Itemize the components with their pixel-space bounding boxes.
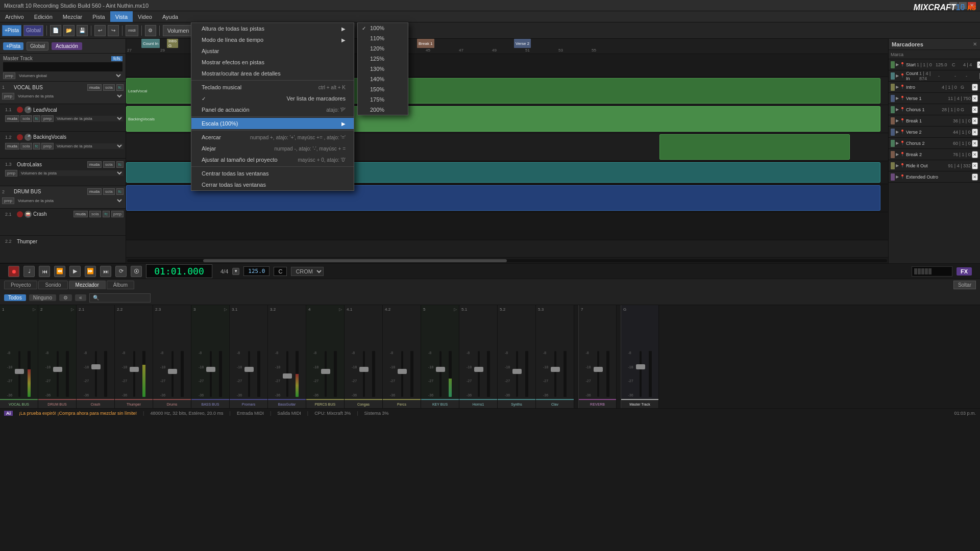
clip-outro-1[interactable] xyxy=(659,134,850,160)
scale-item-140[interactable]: 140% xyxy=(358,74,408,84)
ch-expand-2[interactable]: ▷ xyxy=(71,307,74,312)
fader-knob-key[interactable] xyxy=(436,367,445,372)
fx-button[interactable]: FX xyxy=(957,267,972,276)
fader-knob-bassguitar[interactable] xyxy=(283,373,292,379)
master-volume-select[interactable]: Volumen global xyxy=(17,73,122,79)
marker-row-chorus2[interactable]: ▶ 📍 Chorus 2 60 | 1 | 0 ✕ xyxy=(889,138,980,149)
ch-label-percs2[interactable]: Percs xyxy=(383,399,421,408)
prep-2[interactable]: prep xyxy=(2,197,14,204)
fader-knob-crash[interactable] xyxy=(91,364,101,369)
fc-1[interactable]: fc xyxy=(116,84,124,91)
marker-row-chorus1[interactable]: ▶ 📍 Chorus 1 28 | 1 | 0 G ✕ xyxy=(889,104,980,115)
mute-1-2[interactable]: muda xyxy=(5,143,19,149)
ch-expand-bass[interactable]: ▷ xyxy=(224,307,227,312)
soltar-button[interactable]: Soltar xyxy=(953,281,976,289)
solo-1-2[interactable]: sola xyxy=(20,143,32,149)
fader-knob-bass[interactable] xyxy=(206,367,215,372)
fader-knob-thumper[interactable] xyxy=(130,367,139,372)
ch-label-bass[interactable]: BASS BUS xyxy=(191,399,229,408)
dropdown-item-panel-actuacion[interactable]: Panel de actuación atajo: 'P' xyxy=(191,104,354,115)
settings-button[interactable]: ⚙ xyxy=(145,25,156,36)
marker-del-chorus2[interactable]: ✕ xyxy=(972,140,978,147)
ch-label-drums[interactable]: Drums xyxy=(153,399,191,408)
menu-item-mezclar[interactable]: Mezclar xyxy=(58,11,88,22)
vol-1[interactable]: Volumen de la pista xyxy=(16,93,124,99)
marker-del-chorus1[interactable]: ✕ xyxy=(972,106,978,113)
ch-expand-percs[interactable]: ▷ xyxy=(339,307,342,312)
ch-label-synths[interactable]: Synths xyxy=(498,399,535,408)
ch-label-2[interactable]: DRUM BUS xyxy=(38,399,76,408)
marker-row-verse2[interactable]: ▶ 📍 Verse 2 44 | 1 | 0 ✕ xyxy=(889,127,980,138)
marker-row-count-in[interactable]: ▶ 📍 Count In 1 | 4 | 874 - - - ✕ xyxy=(889,70,980,82)
dropdown-item-cerrar-ventanas[interactable]: Cerrar todas las ventanas xyxy=(191,179,354,190)
save-button[interactable]: 💾 xyxy=(77,25,88,36)
fader-knob-congas[interactable] xyxy=(359,367,369,372)
mixer-filter-ninguno[interactable]: Ninguno xyxy=(29,294,56,301)
marker-verse2[interactable]: Verse 2 xyxy=(514,39,531,48)
markers-close-button[interactable]: ✕ xyxy=(973,41,977,47)
arm-button-1-2[interactable] xyxy=(17,134,23,140)
marker-del-ride[interactable]: ✕ xyxy=(972,162,978,169)
vol-1-2[interactable]: Volumen de la pista xyxy=(55,143,124,149)
loop-button[interactable]: ⟳ xyxy=(115,266,127,277)
record-button[interactable]: ⏺ xyxy=(8,266,19,277)
menu-item-video[interactable]: Video xyxy=(133,11,157,22)
vol-1-1[interactable]: Volumen de la pista xyxy=(55,116,124,121)
dropdown-item-centrar-ventanas[interactable]: Centrar todas las ventanas xyxy=(191,168,354,179)
scrollbar-thumb[interactable] xyxy=(203,259,507,262)
ch-label-horns[interactable]: Horns1 xyxy=(459,399,497,408)
mixer-settings-button[interactable]: ⚙ xyxy=(59,294,72,301)
marker-row-intro[interactable]: ▶ 📍 Intro 4 | 1 | 0 G ✕ xyxy=(889,82,980,93)
prep-1[interactable]: prep xyxy=(2,93,14,99)
fader-knob-1[interactable] xyxy=(15,369,24,374)
ch-label-promars[interactable]: Promars xyxy=(230,399,267,408)
rewind-start-button[interactable]: ⏮ xyxy=(39,266,50,277)
mute-2-1[interactable]: muda xyxy=(74,211,88,217)
mute-1[interactable]: muda xyxy=(87,84,102,91)
metronome-button[interactable]: ♩ xyxy=(23,266,35,277)
prep-2-1[interactable]: prep xyxy=(111,211,124,217)
fc-1-2[interactable]: fc xyxy=(33,143,40,149)
ch-label-reverb[interactable]: REVERB xyxy=(579,399,616,408)
rewind-button[interactable]: ⏪ xyxy=(54,266,65,277)
marker-intro[interactable]: IntroG xyxy=(167,39,178,48)
prep-1-2[interactable]: prep xyxy=(41,143,54,149)
dropdown-item-ver-marcadores[interactable]: ✓ Ver lista de marcadores xyxy=(191,93,354,104)
add-track-button[interactable]: +Pista xyxy=(2,25,21,36)
solo-2-1[interactable]: sola xyxy=(89,211,101,217)
dropdown-item-ajustar-tamano[interactable]: Ajustar al tamaño del proyecto mayúsc + … xyxy=(191,154,354,165)
marker-del-extended[interactable]: ✕ xyxy=(972,173,978,181)
dropdown-item-ajustar[interactable]: Ajustar xyxy=(191,45,354,57)
menu-item-pista[interactable]: Pista xyxy=(87,11,110,22)
tab-album[interactable]: Álbum xyxy=(107,281,134,289)
fader-knob-master[interactable] xyxy=(636,364,645,369)
tab-proyecto[interactable]: Proyecto xyxy=(4,281,37,289)
fader-knob-synths[interactable] xyxy=(512,369,522,374)
fader-knob-reverb[interactable] xyxy=(594,367,603,372)
scale-item-120[interactable]: 120% xyxy=(358,43,408,54)
marker-row-start[interactable]: ▶ 📍 Start 1 | 1 | 0 125.0 C 4 | 4 ✕ xyxy=(889,59,980,70)
fader-knob-horns[interactable] xyxy=(474,367,483,372)
scale-item-150[interactable]: 150% xyxy=(358,84,408,94)
prep-1-3[interactable]: prep xyxy=(5,170,17,177)
solo-1[interactable]: sola xyxy=(103,84,115,91)
marker-count-in[interactable]: Count In xyxy=(141,39,160,48)
marker-del-break2[interactable]: ✕ xyxy=(972,151,978,158)
open-button[interactable]: 📂 xyxy=(63,25,75,36)
ch-label-1[interactable]: VOCAL BUS xyxy=(0,399,38,408)
arm-button-2-1[interactable] xyxy=(17,211,23,217)
marker-row-extended[interactable]: ▶ 📍 Extended Outro ✕ xyxy=(889,171,980,183)
fader-knob-2[interactable] xyxy=(53,367,62,372)
forward-button[interactable]: ⏩ xyxy=(85,266,96,277)
add-track-panel-button[interactable]: +Pista xyxy=(3,42,23,50)
scale-item-200[interactable]: 200% xyxy=(358,105,408,115)
transport-mode-select[interactable]: CROM xyxy=(291,267,324,276)
timesig-down-button[interactable]: ▼ xyxy=(232,268,239,275)
midi-button[interactable]: midi xyxy=(126,25,138,36)
vol-1-3[interactable]: Volumen de la pista xyxy=(19,170,124,176)
ch-label-crash[interactable]: Crash xyxy=(77,399,114,408)
fader-knob-percs2[interactable] xyxy=(398,369,407,374)
dropdown-item-alejar[interactable]: Alejar numpad -, atajo: '-', mayúsc + = xyxy=(191,143,354,154)
tab-mezclador[interactable]: Mezclador xyxy=(69,281,106,289)
marker-del-verse1[interactable]: ✕ xyxy=(972,95,978,102)
